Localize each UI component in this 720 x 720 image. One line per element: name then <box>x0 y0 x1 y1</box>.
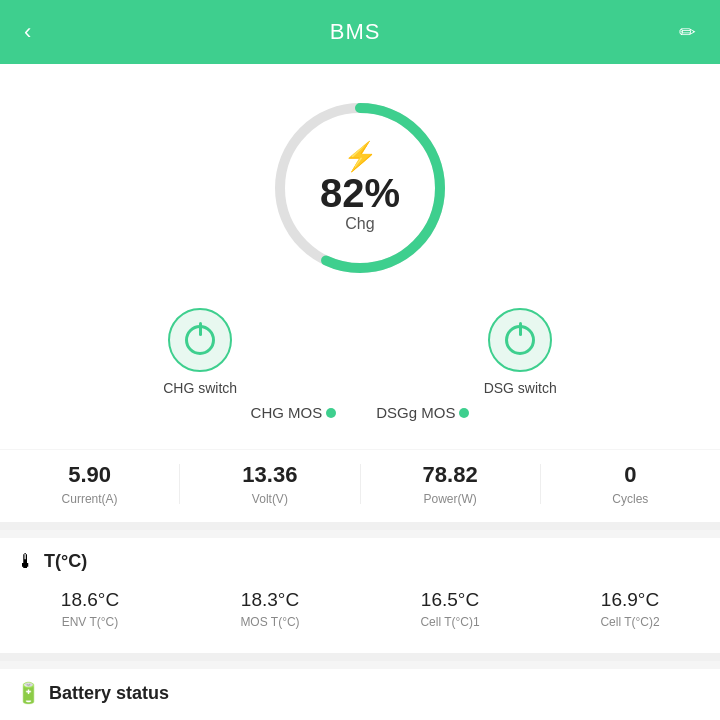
temp-cell2: 16.9°C Cell T(°C)2 <box>540 581 720 637</box>
stat-power: 78.82 Power(W) <box>361 462 540 506</box>
battery-icon: 🔋 <box>16 681 41 705</box>
switches-row: CHG switch DSG switch <box>16 308 704 396</box>
gauge-inner: ⚡ 82% Chg <box>320 143 400 233</box>
current-label: Current(A) <box>62 492 118 506</box>
header: ‹ BMS ✏ <box>0 0 720 64</box>
chg-switch-button[interactable] <box>168 308 232 372</box>
stat-current: 5.90 Current(A) <box>0 462 179 506</box>
cycles-value: 0 <box>624 462 636 488</box>
avg-volt-item: 3.342 Average volt(V) <box>360 713 540 720</box>
stat-cycles: 0 Cycles <box>541 462 720 506</box>
volt-label: Volt(V) <box>252 492 288 506</box>
mos-row: CHG MOS DSGg MOS <box>251 396 470 433</box>
stats-section: 5.90 Current(A) 13.36 Volt(V) 78.82 Powe… <box>0 450 720 522</box>
power-value: 78.82 <box>423 462 478 488</box>
content-area: ⚡ 82% Chg CHG switch DSG switch <box>0 64 720 720</box>
max-volt-item: 3.350 Max volt(V) <box>0 713 180 720</box>
env-temp-value: 18.6°C <box>61 589 119 611</box>
battery-status-section: 3.350 Max volt(V) 3.334 Min volt(V) 3.34… <box>0 709 720 720</box>
chg-switch-label: CHG switch <box>163 380 237 396</box>
gauge-section: ⚡ 82% Chg CHG switch DSG switch <box>0 64 720 449</box>
min-volt-item: 3.334 Min volt(V) <box>180 713 360 720</box>
dsg-switch-label: DSG switch <box>484 380 557 396</box>
battery-status-title: Battery status <box>49 683 169 704</box>
dsg-mos-label: DSGg MOS <box>376 404 455 421</box>
temp-cell1: 16.5°C Cell T(°C)1 <box>360 581 540 637</box>
current-value: 5.90 <box>68 462 111 488</box>
battery-status-label: Chg <box>320 215 400 233</box>
app-container: ‹ BMS ✏ ⚡ 82% Chg <box>0 0 720 720</box>
thermometer-icon: 🌡 <box>16 550 36 573</box>
volt-value: 13.36 <box>242 462 297 488</box>
dsg-mos-item: DSGg MOS <box>376 404 469 421</box>
dsg-switch-item: DSG switch <box>484 308 557 396</box>
battery-gauge: ⚡ 82% Chg <box>260 88 460 288</box>
stats-row: 5.90 Current(A) 13.36 Volt(V) 78.82 Powe… <box>0 462 720 506</box>
cell1-temp-value: 16.5°C <box>421 589 479 611</box>
cell1-temp-label: Cell T(°C)1 <box>420 615 479 629</box>
mos-temp-value: 18.3°C <box>241 589 299 611</box>
temp-section: 18.6°C ENV T(°C) 18.3°C MOS T(°C) 16.5°C… <box>0 577 720 653</box>
cell2-temp-value: 16.9°C <box>601 589 659 611</box>
env-temp-label: ENV T(°C) <box>62 615 119 629</box>
back-button[interactable]: ‹ <box>24 19 31 45</box>
chg-mos-dot <box>326 408 336 418</box>
divider-2 <box>0 653 720 661</box>
temp-section-header: 🌡 T(°C) <box>0 538 720 577</box>
dsg-mos-dot <box>459 408 469 418</box>
temp-mos: 18.3°C MOS T(°C) <box>180 581 360 637</box>
cell2-temp-label: Cell T(°C)2 <box>600 615 659 629</box>
mos-temp-label: MOS T(°C) <box>240 615 299 629</box>
temp-row: 18.6°C ENV T(°C) 18.3°C MOS T(°C) 16.5°C… <box>0 581 720 637</box>
edit-button[interactable]: ✏ <box>679 20 696 44</box>
chg-mos-item: CHG MOS <box>251 404 337 421</box>
stat-volt: 13.36 Volt(V) <box>180 462 359 506</box>
chg-power-icon <box>185 325 215 355</box>
charging-icon: ⚡ <box>320 143 400 171</box>
diff-volt-item: 0.016 Diff volt(V) <box>540 713 720 720</box>
temp-section-title: T(°C) <box>44 551 87 572</box>
battery-percent: 82% <box>320 173 400 213</box>
chg-mos-label: CHG MOS <box>251 404 323 421</box>
power-label: Power(W) <box>423 492 476 506</box>
volt-row: 3.350 Max volt(V) 3.334 Min volt(V) 3.34… <box>0 713 720 720</box>
cycles-label: Cycles <box>612 492 648 506</box>
chg-switch-item: CHG switch <box>163 308 237 396</box>
dsg-switch-button[interactable] <box>488 308 552 372</box>
header-title: BMS <box>330 19 381 45</box>
dsg-power-icon <box>505 325 535 355</box>
divider-1 <box>0 522 720 530</box>
temp-env: 18.6°C ENV T(°C) <box>0 581 180 637</box>
battery-status-section-header: 🔋 Battery status <box>0 669 720 709</box>
